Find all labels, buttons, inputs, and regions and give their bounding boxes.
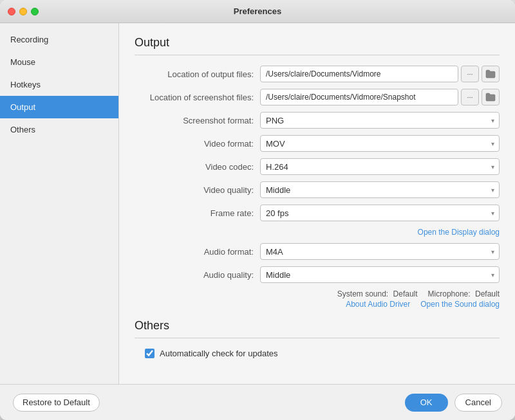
close-button[interactable] [8,8,15,15]
frame-rate-row: Frame rate: 15 fps 20 fps 24 fps 30 fps … [135,205,500,221]
microphone-label: Microphone: [428,289,471,298]
system-sound-info: System sound: Default [337,289,418,298]
screenshot-format-label: Screenshot format: [135,116,260,125]
audio-quality-row: Audio quality: Low Middle High ▾ [135,266,500,283]
open-display-dialog-link[interactable]: Open the Display dialog [418,228,500,237]
screenshot-format-select[interactable]: PNG JPG BMP TIFF [260,112,500,129]
restore-default-button[interactable]: Restore to Default [13,394,100,412]
main-content: Recording Mouse Hotkeys Output Others Ou… [0,23,515,384]
output-location-ellipsis-btn[interactable]: ··· [461,66,479,82]
video-codec-select[interactable]: H.264 H.265 MPEG-4 [260,158,500,175]
auto-update-checkbox[interactable] [145,349,154,358]
action-buttons: OK Cancel [405,394,502,412]
sidebar-item-recording[interactable]: Recording [0,28,118,51]
ok-button[interactable]: OK [405,394,448,412]
screenshot-location-ellipsis-btn[interactable]: ··· [461,89,479,105]
screenshot-location-container: ··· [260,89,500,105]
video-codec-container: H.264 H.265 MPEG-4 ▾ [260,158,500,175]
sidebar-item-others[interactable]: Others [0,118,118,141]
output-location-container: ··· [260,66,500,82]
preferences-window: Preferences Recording Mouse Hotkeys Outp… [0,0,515,420]
screenshot-location-row: Location of screenshot files: ··· [135,89,500,105]
screenshot-location-folder-btn[interactable] [482,89,500,105]
bottom-bar: Restore to Default OK Cancel [0,384,515,420]
audio-format-container: M4A MP3 AAC FLAC WMA ▾ [260,243,500,260]
content-area: Output Location of output files: ··· [119,23,515,384]
auto-update-label: Automatically check for updates [160,349,278,358]
others-section: Others Automatically check for updates [135,319,500,358]
output-location-row: Location of output files: ··· [135,66,500,82]
folder-icon [485,69,496,78]
maximize-button[interactable] [31,8,39,15]
audio-format-select[interactable]: M4A MP3 AAC FLAC WMA [260,243,500,260]
audio-links-row: About Audio Driver Open the Sound dialog [135,300,500,309]
video-codec-label: Video codec: [135,162,260,172]
sidebar: Recording Mouse Hotkeys Output Others [0,23,119,384]
traffic-lights [8,8,39,15]
about-audio-driver-link[interactable]: About Audio Driver [346,300,410,309]
open-sound-dialog-link[interactable]: Open the Sound dialog [420,300,500,309]
video-quality-container: Low Middle High Lossless ▾ [260,181,500,198]
audio-quality-label: Audio quality: [135,270,260,280]
microphone-value: Default [475,289,500,298]
ellipsis-icon: ··· [467,93,473,101]
screenshot-format-row: Screenshot format: PNG JPG BMP TIFF ▾ [135,112,500,129]
audio-quality-select[interactable]: Low Middle High [260,266,500,283]
ellipsis-icon: ··· [467,70,473,78]
video-format-container: MOV MP4 AVI WMV MKV ▾ [260,135,500,152]
window-title: Preferences [234,6,281,16]
audio-info-row: System sound: Default Microphone: Defaul… [135,289,500,298]
display-dialog-row: Open the Display dialog [135,228,500,237]
sidebar-item-hotkeys[interactable]: Hotkeys [0,73,118,96]
output-location-input[interactable] [260,66,458,82]
screenshot-location-input[interactable] [260,89,458,105]
output-location-folder-btn[interactable] [482,66,500,82]
others-section-title: Others [135,319,500,338]
system-sound-label: System sound: [337,289,388,298]
cancel-button[interactable]: Cancel [454,394,502,412]
video-codec-row: Video codec: H.264 H.265 MPEG-4 ▾ [135,158,500,175]
screenshot-location-label: Location of screenshot files: [135,93,260,102]
output-location-label: Location of output files: [135,69,260,79]
video-quality-row: Video quality: Low Middle High Lossless … [135,181,500,198]
audio-quality-container: Low Middle High ▾ [260,266,500,283]
titlebar: Preferences [0,0,515,23]
video-format-row: Video format: MOV MP4 AVI WMV MKV ▾ [135,135,500,152]
system-sound-value: Default [393,289,418,298]
frame-rate-container: 15 fps 20 fps 24 fps 30 fps 60 fps ▾ [260,205,500,221]
frame-rate-label: Frame rate: [135,208,260,218]
sidebar-item-mouse[interactable]: Mouse [0,51,118,73]
auto-update-row: Automatically check for updates [145,349,500,358]
microphone-info: Microphone: Default [428,289,500,298]
folder-icon [485,93,496,102]
video-format-select[interactable]: MOV MP4 AVI WMV MKV [260,135,500,152]
audio-format-label: Audio format: [135,247,260,257]
frame-rate-select[interactable]: 15 fps 20 fps 24 fps 30 fps 60 fps [260,205,500,221]
video-format-label: Video format: [135,139,260,149]
screenshot-format-container: PNG JPG BMP TIFF ▾ [260,112,500,129]
video-quality-label: Video quality: [135,185,260,195]
minimize-button[interactable] [19,8,27,15]
output-section-title: Output [135,36,500,55]
sidebar-item-output[interactable]: Output [0,96,118,118]
video-quality-select[interactable]: Low Middle High Lossless [260,181,500,198]
audio-format-row: Audio format: M4A MP3 AAC FLAC WMA ▾ [135,243,500,260]
